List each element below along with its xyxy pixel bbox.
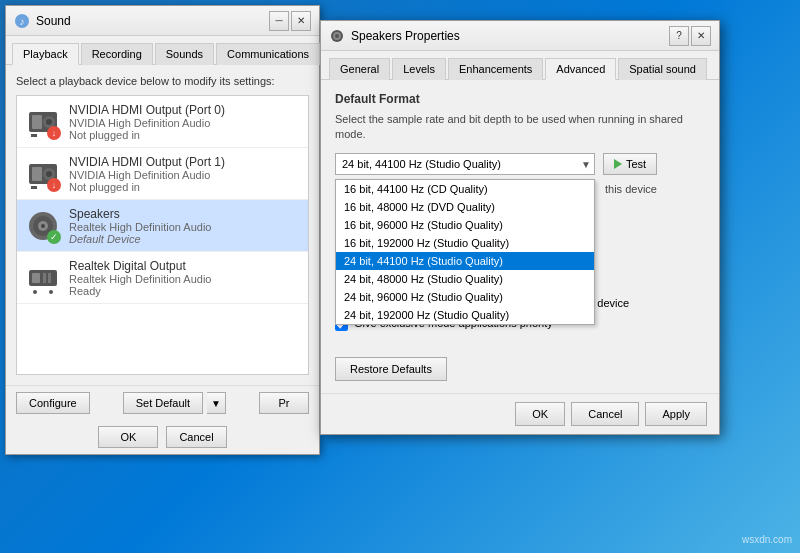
sound-tab-bar: Playback Recording Sounds Communications bbox=[6, 36, 319, 65]
default-format-desc: Select the sample rate and bit depth to … bbox=[335, 112, 705, 143]
format-dropdown-list[interactable]: 16 bit, 44100 Hz (CD Quality) 16 bit, 48… bbox=[335, 179, 595, 325]
speakers-window-controls: ? ✕ bbox=[669, 26, 711, 46]
tab-communications[interactable]: Communications bbox=[216, 43, 320, 65]
sound-cancel-button[interactable]: Cancel bbox=[166, 426, 226, 448]
option-24bit-48000[interactable]: 24 bit, 48000 Hz (Studio Quality) bbox=[336, 270, 594, 288]
restore-defaults-button[interactable]: Restore Defaults bbox=[335, 357, 447, 381]
svg-point-22 bbox=[33, 290, 37, 294]
device-name-hdmi0: NVIDIA HDMI Output (Port 0) bbox=[69, 103, 300, 117]
format-dropdown[interactable]: 16 bit, 44100 Hz (CD Quality)16 bit, 480… bbox=[335, 153, 595, 175]
sound-titlebar: ♪ Sound ─ ✕ bbox=[6, 6, 319, 36]
option-24bit-192000[interactable]: 24 bit, 192000 Hz (Studio Quality) bbox=[336, 306, 594, 324]
device-status-speakers: Default Device bbox=[69, 233, 300, 245]
sound-window: ♪ Sound ─ ✕ Playback Recording Sounds Co… bbox=[5, 5, 320, 455]
watermark: wsxdn.com bbox=[742, 534, 792, 545]
option-24bit-44100[interactable]: 24 bit, 44100 Hz (Studio Quality) bbox=[336, 252, 594, 270]
option-16bit-44100[interactable]: 16 bit, 44100 Hz (CD Quality) bbox=[336, 180, 594, 198]
this-device-text: this device bbox=[605, 183, 705, 195]
set-default-dropdown-button[interactable]: ▼ bbox=[207, 392, 226, 414]
device-item-hdmi0[interactable]: ↓ NVIDIA HDMI Output (Port 0) NVIDIA Hig… bbox=[17, 96, 308, 148]
svg-rect-20 bbox=[43, 273, 46, 283]
device-driver-hdmi1: NVIDIA High Definition Audio bbox=[69, 169, 300, 181]
speakers-dialog-icon bbox=[329, 28, 345, 44]
tab-sounds[interactable]: Sounds bbox=[155, 43, 214, 65]
speakers-dialog-content: Default Format Select the sample rate an… bbox=[321, 80, 719, 393]
device-item-hdmi1[interactable]: ↓ NVIDIA HDMI Output (Port 1) NVIDIA Hig… bbox=[17, 148, 308, 200]
set-default-group: Set Default ▼ bbox=[123, 392, 226, 414]
sound-close-button[interactable]: ✕ bbox=[291, 11, 311, 31]
sound-instruction: Select a playback device below to modify… bbox=[16, 75, 309, 87]
device-list: ↓ NVIDIA HDMI Output (Port 0) NVIDIA Hig… bbox=[16, 95, 309, 375]
option-16bit-96000[interactable]: 16 bit, 96000 Hz (Studio Quality) bbox=[336, 216, 594, 234]
svg-text:♪: ♪ bbox=[20, 16, 25, 27]
device-status-hdmi0: Not plugged in bbox=[69, 129, 300, 141]
format-dropdown-row: 16 bit, 44100 Hz (CD Quality)16 bit, 480… bbox=[335, 153, 705, 175]
sound-titlebar-left: ♪ Sound bbox=[14, 13, 71, 29]
device-name-hdmi1: NVIDIA HDMI Output (Port 1) bbox=[69, 155, 300, 169]
svg-point-11 bbox=[46, 171, 52, 177]
properties-button[interactable]: Pr bbox=[259, 392, 309, 414]
sound-title-text: Sound bbox=[36, 14, 71, 28]
sound-minimize-button[interactable]: ─ bbox=[269, 11, 289, 31]
tab-general[interactable]: General bbox=[329, 58, 390, 80]
tab-advanced[interactable]: Advanced bbox=[545, 58, 616, 80]
device-driver-digital: Realtek High Definition Audio bbox=[69, 273, 300, 285]
device-icon-speakers: ✓ bbox=[25, 208, 61, 244]
set-default-button[interactable]: Set Default bbox=[123, 392, 203, 414]
speakers-dialog-footer: OK Cancel Apply bbox=[321, 393, 719, 434]
default-format-title: Default Format bbox=[335, 92, 705, 106]
speakers-apply-button[interactable]: Apply bbox=[645, 402, 707, 426]
speakers-ok-button[interactable]: OK bbox=[515, 402, 565, 426]
speakers-tab-bar: General Levels Enhancements Advanced Spa… bbox=[321, 51, 719, 80]
device-text-speakers: Speakers Realtek High Definition Audio D… bbox=[69, 207, 300, 245]
sound-ok-button[interactable]: OK bbox=[98, 426, 158, 448]
svg-point-23 bbox=[49, 290, 53, 294]
svg-rect-3 bbox=[32, 115, 42, 129]
speakers-close-button[interactable]: ✕ bbox=[691, 26, 711, 46]
device-icon-hdmi0: ↓ bbox=[25, 104, 61, 140]
svg-point-17 bbox=[41, 224, 45, 228]
tab-levels[interactable]: Levels bbox=[392, 58, 446, 80]
svg-rect-21 bbox=[48, 273, 51, 283]
speakers-titlebar: Speakers Properties ? ✕ bbox=[321, 21, 719, 51]
svg-rect-9 bbox=[32, 167, 42, 181]
speakers-dialog: Speakers Properties ? ✕ General Levels E… bbox=[320, 20, 720, 435]
sound-content: Select a playback device below to modify… bbox=[6, 65, 319, 385]
tab-enhancements[interactable]: Enhancements bbox=[448, 58, 543, 80]
tab-spatial-sound[interactable]: Spatial sound bbox=[618, 58, 707, 80]
svg-rect-12 bbox=[31, 186, 37, 189]
device-icon-hdmi1: ↓ bbox=[25, 156, 61, 192]
device-item-digital[interactable]: Realtek Digital Output Realtek High Defi… bbox=[17, 252, 308, 304]
tab-recording[interactable]: Recording bbox=[81, 43, 153, 65]
speakers-cancel-button[interactable]: Cancel bbox=[571, 402, 639, 426]
desktop: ♪ Sound ─ ✕ Playback Recording Sounds Co… bbox=[0, 0, 800, 553]
sound-window-controls: ─ ✕ bbox=[269, 11, 311, 31]
sound-bottom-bar: Configure Set Default ▼ Pr bbox=[6, 385, 319, 420]
device-icon-digital bbox=[25, 260, 61, 296]
device-name-digital: Realtek Digital Output bbox=[69, 259, 300, 273]
option-16bit-48000[interactable]: 16 bit, 48000 Hz (DVD Quality) bbox=[336, 198, 594, 216]
device-driver-hdmi0: NVIDIA High Definition Audio bbox=[69, 117, 300, 129]
sound-title-icon: ♪ bbox=[14, 13, 30, 29]
test-button-label: Test bbox=[626, 158, 646, 170]
svg-point-5 bbox=[46, 119, 52, 125]
configure-button[interactable]: Configure bbox=[16, 392, 90, 414]
speakers-help-button[interactable]: ? bbox=[669, 26, 689, 46]
svg-point-26 bbox=[335, 34, 339, 38]
device-name-speakers: Speakers bbox=[69, 207, 300, 221]
device-text-digital: Realtek Digital Output Realtek High Defi… bbox=[69, 259, 300, 297]
test-button[interactable]: Test bbox=[603, 153, 657, 175]
tab-playback[interactable]: Playback bbox=[12, 43, 79, 65]
sound-footer: OK Cancel bbox=[6, 420, 319, 454]
device-status-hdmi1: Not plugged in bbox=[69, 181, 300, 193]
svg-rect-19 bbox=[32, 273, 40, 283]
device-item-speakers[interactable]: ✓ Speakers Realtek High Definition Audio… bbox=[17, 200, 308, 252]
unplugged-badge-hdmi0: ↓ bbox=[47, 126, 61, 140]
digital-output-icon bbox=[25, 260, 61, 296]
device-driver-speakers: Realtek High Definition Audio bbox=[69, 221, 300, 233]
speakers-titlebar-left: Speakers Properties bbox=[329, 28, 460, 44]
speakers-title-text: Speakers Properties bbox=[351, 29, 460, 43]
option-24bit-96000[interactable]: 24 bit, 96000 Hz (Studio Quality) bbox=[336, 288, 594, 306]
device-text-hdmi0: NVIDIA HDMI Output (Port 0) NVIDIA High … bbox=[69, 103, 300, 141]
option-16bit-192000[interactable]: 16 bit, 192000 Hz (Studio Quality) bbox=[336, 234, 594, 252]
